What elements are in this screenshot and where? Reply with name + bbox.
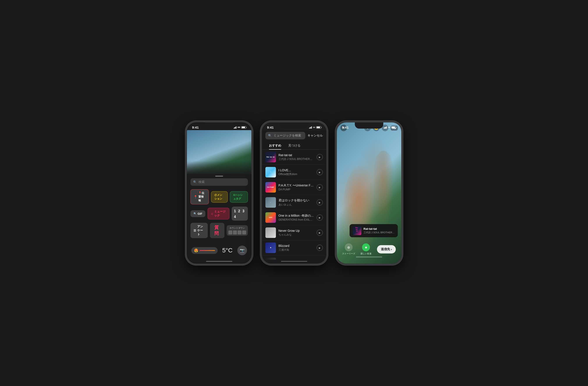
signal-icon-1	[234, 126, 236, 129]
stories-label: ストーリーズ	[342, 252, 355, 255]
status-bar-2: 9:41 ▿▿	[262, 122, 326, 130]
phone1-content: 🔍 検索 📍 📍位置情報 @メンション #ハッシュタグ 🔍 GIF	[187, 130, 251, 264]
music-art-kimi: ♪	[265, 197, 276, 208]
music-list[interactable]: Rat- tat- tat Rat-tat-tat 三代目 J SOUL BRO…	[262, 150, 326, 260]
signal-icon-2	[309, 126, 312, 129]
time-3: 9:41	[342, 125, 349, 129]
send-button[interactable]: 送信先 ›	[377, 245, 396, 253]
location-icon: 📍	[194, 195, 197, 199]
search-bar-1[interactable]: 🔍 検索	[190, 178, 248, 186]
countdown2-label: カウントダウン	[228, 226, 246, 230]
sticker-grid: 📍 📍位置情報 @メンション #ハッシュタグ 🔍 GIF ♫ ミュージック	[187, 187, 251, 244]
countdown-sticker[interactable]: 1 2 3 4	[232, 206, 248, 221]
battery-icon-1	[241, 126, 246, 129]
countdown2-sticker[interactable]: カウントダウン	[227, 225, 248, 236]
story-photo-1	[187, 130, 251, 174]
music-item-fix-your-teeth[interactable]: GP FiX YOUR TEETH GANG PARADE ▶	[262, 255, 326, 260]
question-sticker[interactable]: 質問	[210, 223, 224, 238]
close-friends-button[interactable]: ★ 親しい友達	[360, 244, 372, 255]
plus-icon: ⊕	[347, 245, 350, 249]
music-artist-million: GENERATIONS from EXILE TRIBE	[278, 218, 314, 221]
battery-icon-3	[391, 126, 396, 129]
tab-recommended[interactable]: おすすめ	[265, 142, 285, 149]
stories-icon: ⊕	[345, 244, 353, 251]
music-label: ミュージック	[214, 210, 226, 218]
music-info-million: One in a Million -奇跡の夜に- GENERATIONS fro…	[278, 214, 314, 221]
stories-button[interactable]: ⊕ ストーリーズ	[342, 244, 355, 255]
sticker-button[interactable]: 🙂	[373, 125, 379, 131]
music-card[interactable]: Rat-tat-tat Rat-tat-tat 三代目 J SOUL BROTH…	[350, 224, 398, 237]
music-item-party[interactable]: DA PUMP P.A.R.T.Y. 〜Universe Festival〜 D…	[262, 180, 326, 195]
download-button[interactable]: ↓	[364, 125, 371, 131]
search-header: 🔍 ミュージックを検索 キャンセル	[262, 130, 326, 141]
play-button-blizzard[interactable]: ▶	[317, 245, 323, 251]
location-sticker[interactable]: 📍 📍位置情報	[190, 189, 209, 204]
home-indicator-2	[281, 261, 307, 262]
music-item-rat-tat-tat[interactable]: Rat- tat- tat Rat-tat-tat 三代目 J SOUL BRO…	[262, 150, 326, 165]
gif-sticker[interactable]: 🔍 GIF	[190, 210, 206, 217]
music-item-i-love[interactable]: ♡ I LOVE... Official髭男dism ▶	[262, 165, 326, 180]
play-button-never-grow[interactable]: ▶	[317, 230, 323, 236]
temperature-display: 5°C	[222, 247, 232, 254]
tab-discover[interactable]: 見つける	[285, 142, 304, 149]
music-info-kimi: 君はロックを聴かない あいみょん	[278, 199, 314, 206]
search-field[interactable]: 🔍 ミュージックを検索	[265, 132, 305, 139]
music-item-kimi[interactable]: ♪ 君はロックを聴かない あいみょん ▶	[262, 195, 326, 210]
poll-sticker[interactable]: ☰ アンケート	[190, 223, 208, 238]
emoji-slider[interactable]: 😍	[191, 247, 218, 254]
search-text: ミュージックを検索	[273, 134, 301, 138]
camera-button[interactable]: 📷	[237, 245, 247, 255]
music-item-never-grow[interactable]: ♪ Never Grow Up ちゃんみな ▶	[262, 225, 326, 240]
phone2-content: 🔍 ミュージックを検索 キャンセル おすすめ 見つける Rat- tat- ta…	[262, 130, 326, 264]
wifi-icon-2: ▿▿	[313, 126, 315, 129]
status-bar-1: 9:41 ▾▾	[187, 122, 251, 130]
cancel-button[interactable]: キャンセル	[308, 134, 323, 138]
music-art-blizzard: ❄	[265, 243, 276, 253]
music-artist-rat-tat-tat: 三代目 J SOUL BROTHERS from ...	[278, 157, 314, 161]
music-art-party: DA PUMP	[265, 182, 276, 193]
phone-3: 9:41 ▿▿ ✕ ↓ 🙂	[335, 121, 403, 265]
status-bar-3: 9:41 ▿▿	[337, 122, 401, 130]
hashtag-sticker[interactable]: #ハッシュタグ	[230, 191, 248, 203]
music-info-party: P.A.R.T.Y. 〜Universe Festival〜 DA PUMP	[278, 183, 314, 191]
music-info-rat-tat-tat: Rat-tat-tat 三代目 J SOUL BROTHERS from ...	[278, 153, 314, 161]
gif-search-icon: 🔍	[193, 212, 197, 215]
wifi-icon-1: ▾▾	[238, 126, 240, 129]
phone3-content: ✕ ↓ 🙂 ✏ Aa Rat-tat-tat	[337, 122, 401, 264]
phone-1: 9:41 ▾▾ 🔍 検索 📍 📍位置情報	[185, 121, 253, 265]
story-bottom: ⊕ ストーリーズ ★ 親しい友達 送信先 ›	[337, 241, 401, 264]
music-info-never-grow: Never Grow Up ちゃんみな	[278, 229, 314, 237]
music-title-fix-your-teeth: FiX YOUR TEETH	[278, 259, 314, 260]
gif-label: GIF	[198, 212, 203, 215]
music-title-rat-tat-tat: Rat-tat-tat	[278, 153, 314, 157]
signal-icon-3	[384, 126, 387, 129]
emoji-icon: 😍	[194, 248, 198, 253]
play-button-kimi[interactable]: ▶	[317, 199, 323, 205]
music-card-art: Rat-tat-tat	[353, 226, 361, 235]
music-item-blizzard[interactable]: ❄ Blizzard 三浦大知 ▶	[262, 240, 326, 255]
music-artist-never-grow: ちゃんみな	[278, 233, 314, 237]
send-label: 送信先	[381, 247, 390, 251]
poll-label: アンケート	[197, 224, 205, 236]
play-button-rat-tat-tat[interactable]: ▶	[317, 154, 323, 160]
music-art-never-grow: ♪	[265, 227, 276, 238]
music-item-million[interactable]: GEN One in a Million -奇跡の夜に- GENERATIONS…	[262, 210, 326, 225]
tab-bar: おすすめ 見つける	[262, 141, 326, 150]
play-button-i-love[interactable]: ▶	[317, 169, 323, 175]
play-button-million[interactable]: ▶	[317, 214, 323, 221]
sticker-row-2: 🔍 GIF ♫ ミュージック 1 2 3 4	[190, 206, 248, 221]
drag-handle[interactable]	[215, 176, 223, 177]
mention-sticker[interactable]: @メンション	[211, 191, 228, 203]
close-friends-label: 親しい友達	[360, 252, 372, 255]
music-title-blizzard: Blizzard	[278, 244, 314, 247]
music-sticker[interactable]: ♫ ミュージック	[208, 208, 230, 220]
search-placeholder-1: 検索	[199, 180, 205, 184]
poll-icon: ☰	[193, 229, 196, 232]
phone-2: 9:41 ▿▿ 🔍 ミュージックを検索 キャンセル おすすめ 見つける	[260, 121, 328, 265]
music-info-i-love: I LOVE... Official髭男dism	[278, 168, 314, 176]
play-button-party[interactable]: ▶	[317, 184, 323, 190]
music-artist-kimi: あいみょん	[278, 203, 314, 206]
story-actions: ⊕ ストーリーズ ★ 親しい友達 送信先 ›	[340, 244, 398, 255]
home-indicator-1	[206, 261, 232, 262]
chevron-right-icon: ›	[391, 247, 392, 251]
